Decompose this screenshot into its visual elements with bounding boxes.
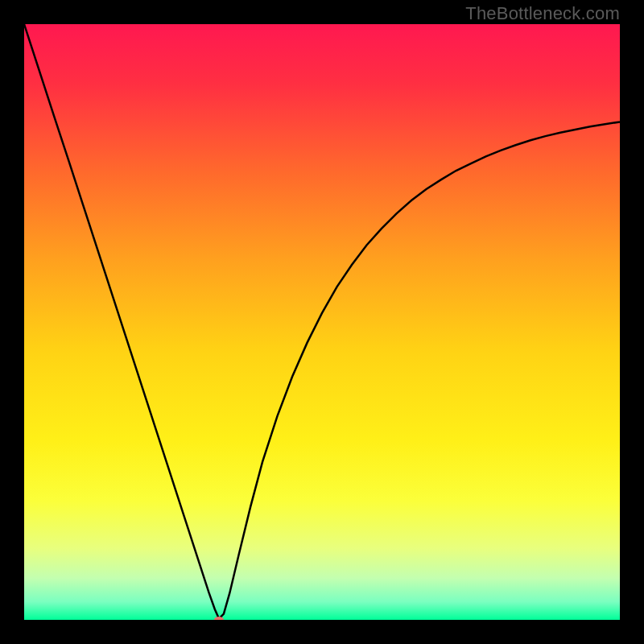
- chart-background: [24, 24, 620, 620]
- chart-frame: [24, 24, 620, 620]
- chart-plot: [24, 24, 620, 620]
- watermark-text: TheBottleneck.com: [465, 3, 620, 24]
